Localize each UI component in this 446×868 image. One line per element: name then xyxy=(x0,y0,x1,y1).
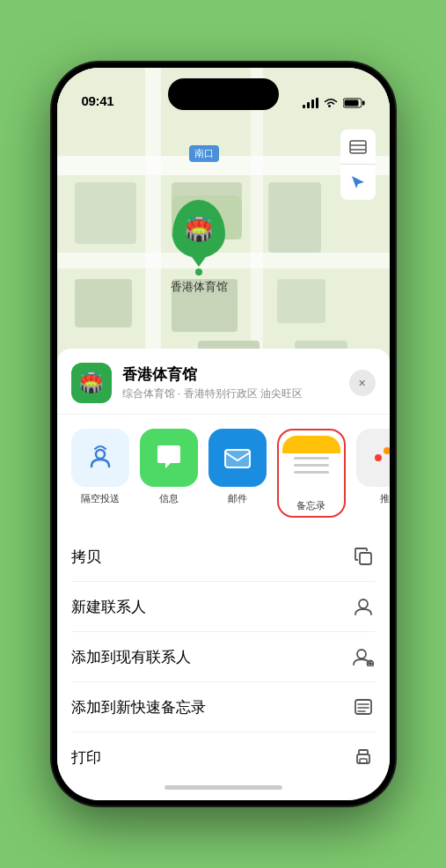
mail-icon-wrap xyxy=(208,429,267,487)
share-row: 隔空投送 信息 xyxy=(57,415,390,532)
action-quick-note[interactable]: 添加到新快速备忘录 xyxy=(71,682,376,732)
action-add-existing-label: 添加到现有联系人 xyxy=(71,647,191,667)
dynamic-island xyxy=(168,78,279,110)
map-pin-label: 香港体育馆 xyxy=(171,279,228,295)
svg-point-28 xyxy=(375,454,382,461)
share-item-notes[interactable]: 备忘录 xyxy=(277,429,346,518)
map-pin: 🏟️ xyxy=(172,200,225,258)
action-add-existing[interactable]: 添加到现有联系人 xyxy=(71,632,376,682)
svg-rect-15 xyxy=(75,279,132,327)
copy-icon xyxy=(351,544,376,569)
svg-rect-31 xyxy=(360,553,371,564)
messages-icon-wrap xyxy=(140,429,198,487)
airdrop-icon xyxy=(84,442,116,474)
share-item-airdrop[interactable]: 隔空投送 xyxy=(71,429,129,518)
quick-note-icon xyxy=(351,695,376,719)
venue-info: 香港体育馆 综合体育馆 · 香港特别行政区 油尖旺区 xyxy=(122,364,349,401)
status-icons xyxy=(303,98,365,108)
notes-icon-wrap xyxy=(282,436,340,494)
bottom-sheet: 🏟️ 香港体育馆 综合体育馆 · 香港特别行政区 油尖旺区 × xyxy=(57,349,390,800)
map-layers-button[interactable] xyxy=(340,129,376,165)
venue-subtitle: 综合体育馆 · 香港特别行政区 油尖旺区 xyxy=(122,386,349,401)
action-new-contact[interactable]: 新建联系人 xyxy=(71,582,376,632)
new-contact-icon xyxy=(351,594,376,619)
mail-label: 邮件 xyxy=(228,492,247,505)
svg-point-29 xyxy=(384,447,390,454)
wifi-icon xyxy=(324,98,338,108)
battery-icon xyxy=(343,98,365,108)
svg-point-25 xyxy=(96,450,105,459)
close-button[interactable]: × xyxy=(349,370,376,396)
venue-header: 🏟️ 香港体育馆 综合体育馆 · 香港特别行政区 油尖旺区 × xyxy=(57,349,390,415)
phone-screen: 09:41 xyxy=(57,68,390,800)
map-controls xyxy=(340,129,376,200)
home-indicator xyxy=(165,785,282,790)
map-pin-dot xyxy=(195,268,202,276)
share-item-messages[interactable]: 信息 xyxy=(140,429,198,518)
signal-icon xyxy=(303,98,318,108)
notes-label: 备忘录 xyxy=(296,499,325,512)
action-copy[interactable]: 拷贝 xyxy=(71,532,376,582)
airdrop-icon-wrap xyxy=(71,429,129,487)
venue-icon: 🏟️ xyxy=(71,363,112,403)
messages-icon xyxy=(153,442,185,474)
svg-rect-14 xyxy=(268,182,321,253)
mail-icon xyxy=(222,442,253,474)
messages-label: 信息 xyxy=(159,492,179,505)
svg-rect-3 xyxy=(316,98,318,108)
venue-name: 香港体育馆 xyxy=(122,364,349,385)
action-list: 拷贝 新建联系人 xyxy=(57,532,390,782)
action-quick-note-label: 添加到新快速备忘录 xyxy=(71,697,206,717)
print-icon xyxy=(351,745,376,769)
airdrop-label: 隔空投送 xyxy=(81,492,120,505)
svg-rect-17 xyxy=(277,279,325,323)
status-time: 09:41 xyxy=(82,93,114,108)
action-copy-label: 拷贝 xyxy=(71,547,101,567)
svg-rect-5 xyxy=(344,100,358,107)
more-label: 推 xyxy=(380,492,390,505)
more-dots-icon xyxy=(368,442,390,474)
map-pin-container: 🏟️ 香港体育馆 xyxy=(171,200,228,295)
svg-rect-22 xyxy=(350,141,366,153)
svg-rect-26 xyxy=(225,450,250,467)
svg-point-33 xyxy=(357,650,366,658)
action-new-contact-label: 新建联系人 xyxy=(71,597,146,617)
svg-rect-42 xyxy=(360,759,367,763)
share-item-mail[interactable]: 邮件 xyxy=(208,429,267,518)
add-contact-icon xyxy=(351,644,376,669)
location-arrow-icon xyxy=(350,174,366,190)
action-print[interactable]: 打印 xyxy=(71,732,376,782)
svg-rect-12 xyxy=(75,182,136,244)
notes-content xyxy=(282,436,340,494)
svg-rect-1 xyxy=(307,102,310,108)
svg-rect-0 xyxy=(303,105,305,108)
share-item-more[interactable]: 推 xyxy=(356,429,390,518)
location-button[interactable] xyxy=(340,165,376,200)
layers-icon xyxy=(348,137,368,157)
phone-frame: 09:41 xyxy=(52,63,395,805)
action-print-label: 打印 xyxy=(71,747,101,768)
svg-rect-6 xyxy=(362,101,365,106)
stadium-icon: 🏟️ xyxy=(185,216,213,243)
more-icon-wrap xyxy=(356,429,390,487)
location-label: 南口 xyxy=(189,145,219,162)
svg-rect-2 xyxy=(311,99,314,108)
svg-point-32 xyxy=(359,600,368,608)
